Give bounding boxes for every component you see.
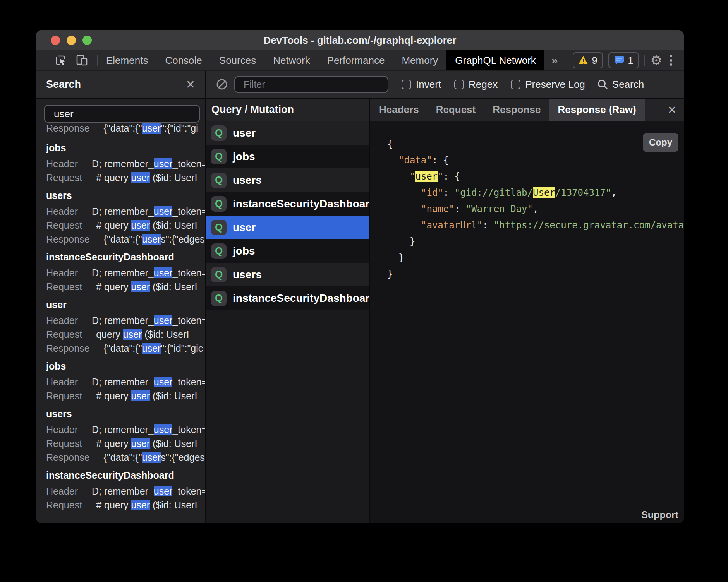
search-panel: Response{"data":{"user":{"id":"gijobsHea… <box>36 99 206 523</box>
checkbox-invert[interactable]: Invert <box>402 79 441 91</box>
tab-memory[interactable]: Memory <box>393 50 446 70</box>
inspect-element-icon[interactable] <box>54 54 67 67</box>
search-result-line[interactable]: Request# query user ($id: UserI <box>46 171 205 185</box>
details-tab-headers[interactable]: Headers <box>371 99 428 121</box>
query-row-instancesecuritydashboard[interactable]: QinstanceSecurityDashboard <box>206 286 369 310</box>
checkbox-preserve-log[interactable]: Preserve Log <box>511 79 585 91</box>
result-line-label: Header <box>46 158 78 169</box>
checkbox-box-preserve-log[interactable] <box>511 80 520 89</box>
result-line-label: Request <box>46 329 82 340</box>
warning-count: 9 <box>592 55 598 66</box>
search-result-line[interactable]: HeaderD; remember_user_token=e <box>46 266 205 280</box>
tab-graphql-network[interactable]: GraphQL Network <box>446 50 544 70</box>
query-row-users[interactable]: Qusers <box>206 168 369 192</box>
checkbox-label-preserve-log: Preserve Log <box>525 79 585 91</box>
query-row-label: jobs <box>233 151 255 163</box>
result-line-label: Header <box>46 315 78 326</box>
search-result-line[interactable]: Request# query user ($id: UserI <box>46 436 205 450</box>
query-row-user[interactable]: Quser <box>206 121 369 145</box>
result-group-title[interactable]: jobs <box>46 141 205 155</box>
devtools-tab-bar: ElementsConsoleSourcesNetworkPerformance… <box>36 50 684 71</box>
search-button[interactable]: Search <box>597 79 644 91</box>
search-result-line[interactable]: Response{"data":{"user":{"id":"gi <box>46 123 205 135</box>
result-group-title[interactable]: user <box>46 298 205 312</box>
search-result-group: jobsHeaderD; remember_user_token=eReques… <box>46 359 205 403</box>
search-result-line[interactable]: Request# query user ($id: UserI <box>46 218 205 232</box>
search-result-line[interactable]: Response{"data":{"users":{"edges <box>46 232 205 246</box>
details-tab-response[interactable]: Response <box>484 99 549 121</box>
json-line: { <box>387 136 684 152</box>
filter-input[interactable] <box>234 76 388 93</box>
tab-console[interactable]: Console <box>156 50 210 70</box>
checkbox-box-regex[interactable] <box>454 80 464 89</box>
close-window-button[interactable] <box>51 36 60 45</box>
result-line-label: Response <box>46 123 90 134</box>
json-line: } <box>387 233 684 250</box>
search-result-group: jobsHeaderD; remember_user_token=eReques… <box>46 141 205 185</box>
search-result-group: usersHeaderD; remember_user_token=eReque… <box>46 407 205 464</box>
clear-log-icon[interactable] <box>216 78 228 91</box>
query-row-user[interactable]: Quser <box>206 216 369 239</box>
search-result-line[interactable]: HeaderD; remember_user_token=e <box>46 313 205 327</box>
details-close-icon[interactable]: × <box>668 103 676 117</box>
search-result-line[interactable]: Requestquery user ($id: UserI <box>46 327 205 341</box>
query-row-instancesecuritydashboard[interactable]: QinstanceSecurityDashboard <box>206 192 369 216</box>
result-group-title[interactable]: users <box>46 188 205 202</box>
search-result-line[interactable]: Request# query user ($id: UserI <box>46 280 205 294</box>
search-result-line[interactable]: HeaderD; remember_user_token=e <box>46 375 205 389</box>
support-link[interactable]: Support <box>641 509 678 520</box>
search-result-line[interactable]: Response{"data":{"users":{"edges <box>46 450 205 464</box>
search-input[interactable] <box>44 105 200 123</box>
tab-sources[interactable]: Sources <box>211 50 264 70</box>
query-row-label: user <box>233 221 256 234</box>
result-line-label: Request <box>46 172 82 183</box>
query-type-icon: Q <box>211 220 227 235</box>
tab-performance[interactable]: Performance <box>319 50 393 70</box>
result-line-label: Request <box>46 220 82 231</box>
search-result-line[interactable]: Request# query user ($id: UserI <box>46 498 205 512</box>
search-result-line[interactable]: Request# query user ($id: UserI <box>46 389 205 403</box>
minimize-window-button[interactable] <box>67 36 76 45</box>
search-result-line[interactable]: HeaderD; remember_user_token=e <box>46 423 205 436</box>
maximize-window-button[interactable] <box>82 36 92 45</box>
result-group-title[interactable]: instanceSecurityDashboard <box>46 468 205 482</box>
search-result-line[interactable]: Response{"data":{"user":{"id":"gic <box>46 341 205 355</box>
search-close-icon[interactable]: × <box>186 77 195 92</box>
search-result-line[interactable]: HeaderD; remember_user_token=e <box>46 204 205 218</box>
messages-badge[interactable]: 1 <box>608 52 639 68</box>
search-result-line[interactable]: HeaderD; remember_user_token=e <box>46 484 205 498</box>
query-list-title: Query / Mutation <box>206 99 369 121</box>
checkbox-label-regex: Regex <box>469 79 498 91</box>
checkbox-box-invert[interactable] <box>402 80 411 89</box>
search-results: Response{"data":{"user":{"id":"gijobsHea… <box>36 123 205 523</box>
details-tab-request[interactable]: Request <box>428 99 484 121</box>
query-row-jobs[interactable]: Qjobs <box>206 239 369 263</box>
search-result-group: userHeaderD; remember_user_token=eReques… <box>46 298 205 355</box>
json-line: "name": "Warren Day", <box>387 201 684 217</box>
result-group-title[interactable]: users <box>46 407 205 421</box>
search-icon <box>597 79 608 90</box>
warnings-badge[interactable]: 9 <box>573 52 603 68</box>
settings-gear-icon[interactable]: ⚙ <box>651 54 662 67</box>
search-panel-header: Search × <box>36 71 206 98</box>
filter-checkboxes: InvertRegexPreserve Log <box>388 79 585 91</box>
tab-network[interactable]: Network <box>264 50 318 70</box>
more-tabs-chevron-icon[interactable]: » <box>544 50 563 70</box>
traffic-lights <box>51 36 92 45</box>
result-group-title[interactable]: instanceSecurityDashboard <box>46 250 205 264</box>
search-result-line[interactable]: HeaderD; remember_user_token=e <box>46 157 205 171</box>
result-group-title[interactable]: jobs <box>46 359 205 373</box>
checkbox-regex[interactable]: Regex <box>454 79 498 91</box>
query-type-icon: Q <box>211 267 227 282</box>
search-result-group: usersHeaderD; remember_user_token=eReque… <box>46 188 205 246</box>
query-row-label: jobs <box>233 245 255 257</box>
details-tab-response-raw[interactable]: Response (Raw) <box>549 99 644 121</box>
kebab-menu-icon[interactable] <box>668 55 675 66</box>
query-row-users[interactable]: Qusers <box>206 263 369 286</box>
query-row-jobs[interactable]: Qjobs <box>206 145 369 168</box>
result-line-label: Header <box>46 424 78 435</box>
tab-elements[interactable]: Elements <box>98 50 156 70</box>
device-toolbar-icon[interactable] <box>76 54 88 67</box>
search-result-group: instanceSecurityDashboardHeaderD; rememb… <box>46 250 205 294</box>
result-line-label: Response <box>46 452 90 463</box>
